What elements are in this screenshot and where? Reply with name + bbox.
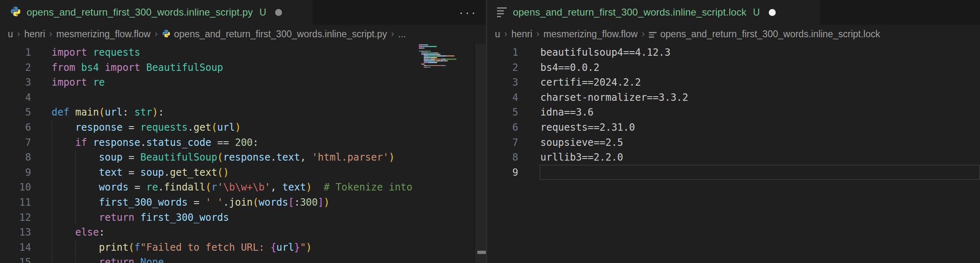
token: )	[306, 242, 312, 253]
line-number: 1	[0, 45, 31, 60]
token: BeautifulSoup	[140, 152, 217, 163]
breadcrumb-item[interactable]: henri	[511, 29, 532, 40]
line-number: 1	[487, 45, 518, 60]
minimap-token	[429, 46, 437, 47]
tab-label: opens_and_return_first_300_words.inline_…	[27, 7, 253, 18]
code-line[interactable]: text = soup.get_text()	[52, 165, 229, 180]
code-line[interactable]: certifi==2024.2.2	[540, 75, 641, 90]
code-line[interactable]: def main(url: str):	[52, 105, 164, 120]
code-line[interactable]: soup = BeautifulSoup(response.text, 'htm…	[52, 150, 395, 165]
code-line[interactable]: return None	[52, 255, 164, 263]
token: print	[99, 242, 129, 253]
scrollbar-thumb[interactable]	[477, 251, 486, 254]
code-line[interactable]: if response.status_code == 200:	[52, 135, 259, 150]
code-line[interactable]: import requests	[52, 45, 140, 60]
token: (	[129, 242, 134, 253]
code-line[interactable]: else:	[52, 225, 105, 240]
token: url	[217, 122, 235, 133]
chevron-right-icon: ›	[536, 29, 539, 39]
breadcrumb-left: u › henri › mesmerizing_flow.flow › open…	[0, 25, 486, 43]
token: else	[75, 227, 99, 238]
minimap-token	[446, 55, 454, 57]
breadcrumb-item-symbol-ellipsis[interactable]: ...	[398, 29, 406, 40]
code-editor-lock[interactable]: 1beautifulsoup4==4.12.32bs4==0.0.23certi…	[487, 43, 980, 263]
code-line[interactable]: beautifulsoup4==4.12.3	[540, 45, 671, 60]
minimap-token	[434, 52, 436, 54]
line-number: 5	[487, 105, 518, 120]
tab-python-file[interactable]: opens_and_return_first_300_words.inline_…	[0, 0, 312, 25]
python-icon	[10, 6, 21, 19]
code-line[interactable]: urllib3==2.2.0	[540, 150, 623, 165]
line-number: 12	[0, 210, 31, 225]
token: )	[389, 152, 395, 163]
chevron-right-icon: ›	[155, 29, 158, 39]
minimap[interactable]	[419, 43, 474, 263]
code-line[interactable]: soupsieve==2.5	[540, 135, 623, 150]
line-number: 15	[0, 255, 31, 263]
minimap-token	[443, 59, 445, 60]
code-line[interactable]: print(f"Failed to fetch URL: {url}")	[52, 240, 312, 255]
token: import	[52, 77, 93, 88]
editor-actions-more-button[interactable]: ···	[455, 0, 481, 25]
code-line[interactable]: words = re.findall(r'\b\w+\b', text) # T…	[52, 180, 412, 195]
token: text	[276, 152, 300, 163]
code-line[interactable]: import re	[52, 75, 105, 90]
list-file-icon	[649, 31, 657, 39]
minimap-token	[428, 65, 442, 66]
minimap-token	[426, 57, 428, 58]
token: str	[134, 107, 152, 118]
token: .	[158, 181, 164, 193]
minimap-token	[424, 62, 428, 63]
python-icon	[162, 29, 171, 41]
breadcrumb-item[interactable]: mesmerizing_flow.flow	[56, 29, 151, 40]
editor-group-right: opens_and_return_first_300_words.inline_…	[487, 0, 980, 263]
token: ]	[318, 197, 323, 208]
line-number: 2	[487, 60, 518, 75]
code-line[interactable]: return first_300_words	[52, 210, 229, 225]
token: :	[253, 137, 258, 148]
token: response	[75, 122, 123, 133]
chevron-right-icon: ›	[391, 29, 394, 39]
minimap-line	[419, 67, 474, 68]
token	[52, 181, 99, 193]
code-line[interactable]: first_300_words = ' '.join(words[:300])	[52, 195, 330, 210]
minimap-token	[436, 52, 438, 54]
token: "	[300, 242, 306, 253]
token: re	[93, 77, 105, 88]
minimap-token	[442, 65, 444, 66]
chevron-right-icon: ›	[642, 29, 645, 39]
git-status-badge: U	[753, 7, 760, 18]
token: text	[99, 167, 123, 178]
code-line[interactable]: charset-normalizer==3.3.2	[540, 90, 688, 105]
line-number: 8	[0, 150, 31, 165]
line-number: 9	[0, 165, 31, 180]
breadcrumb-item[interactable]: mesmerizing_flow.flow	[544, 29, 638, 40]
code-editor-python[interactable]: 1import requests2from bs4 import Beautif…	[0, 43, 486, 263]
unsaved-changes-dot	[275, 9, 282, 16]
code-line[interactable]: from bs4 import BeautifulSoup	[52, 60, 223, 75]
minimap-token	[423, 54, 428, 55]
breadcrumb-item[interactable]: henri	[24, 29, 45, 40]
breadcrumb-item-filename[interactable]: opens_and_return_first_300_words.inline_…	[174, 29, 387, 40]
token: )	[152, 107, 158, 118]
token: response	[223, 152, 271, 163]
breadcrumb-right: u › henri › mesmerizing_flow.flow › open…	[487, 25, 980, 43]
scrollbar-track[interactable]	[475, 43, 486, 263]
code-line[interactable]: response = requests.get(url)	[52, 120, 241, 135]
token: .	[140, 137, 146, 148]
token: findall	[164, 181, 205, 193]
token: from	[52, 62, 81, 73]
breadcrumb-item[interactable]: u	[495, 29, 500, 40]
token	[52, 256, 99, 263]
code-line[interactable]: idna==3.6	[540, 105, 594, 120]
code-line[interactable]: requests==2.31.0	[540, 120, 635, 135]
breadcrumb-item[interactable]: u	[8, 29, 13, 40]
minimap-token	[419, 46, 422, 47]
breadcrumb-item-filename[interactable]: opens_and_return_first_300_words.inline_…	[660, 29, 880, 40]
code-line[interactable]: bs4==0.0.2	[540, 60, 600, 75]
token: url	[105, 107, 122, 118]
minimap-token	[445, 60, 447, 61]
token: requests	[140, 122, 188, 133]
token: (	[217, 167, 223, 178]
tab-lock-file[interactable]: opens_and_return_first_300_words.inline_…	[487, 0, 820, 25]
